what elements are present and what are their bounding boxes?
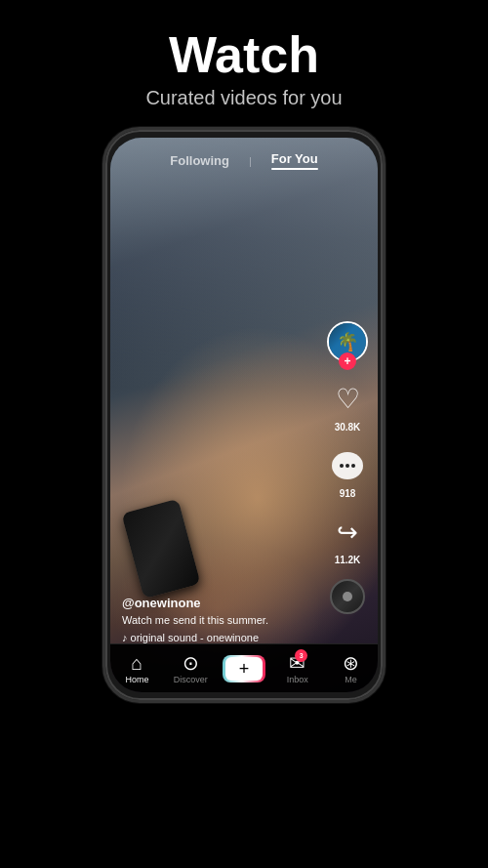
right-sidebar: 🌴 + ♡ 30.8K — [327, 321, 368, 614]
top-nav: Following | For You — [110, 151, 378, 170]
inbox-icon: ✉ 3 — [289, 653, 305, 673]
following-tab[interactable]: Following — [170, 153, 229, 168]
nav-inbox[interactable]: ✉ 3 Inbox — [270, 653, 324, 684]
music-disc-icon — [330, 579, 365, 614]
comment-action[interactable]: 918 — [328, 446, 367, 499]
comment-icon — [332, 452, 363, 479]
follow-button[interactable]: + — [339, 352, 356, 370]
heart-icon: ♡ — [336, 386, 360, 413]
top-section: Watch Curated videos for you — [145, 0, 342, 127]
palm-icon: 🌴 — [337, 331, 358, 352]
disc-center — [343, 592, 352, 601]
comment-icon-wrap — [328, 446, 367, 485]
profile-icon: ⊛ — [343, 653, 359, 673]
share-action[interactable]: ↪ 11.2K — [328, 513, 367, 565]
create-button[interactable]: + — [223, 655, 265, 682]
page-title: Watch — [145, 27, 342, 83]
nav-create[interactable]: + — [218, 655, 271, 682]
page-subtitle: Curated videos for you — [145, 87, 342, 109]
phone-screen: Following | For You 🌴 + — [110, 138, 378, 692]
video-info: @onewinone Watch me send it this summer.… — [122, 596, 324, 643]
music-disc-action[interactable] — [330, 579, 365, 614]
nav-profile[interactable]: ⊛ Me — [324, 653, 378, 684]
share-icon: ↪ — [337, 519, 358, 545]
inbox-label: Inbox — [287, 675, 308, 684]
nav-home[interactable]: ⌂ Home — [110, 653, 164, 684]
like-action[interactable]: ♡ 30.8K — [328, 380, 367, 433]
video-username[interactable]: @onewinone — [122, 596, 324, 610]
heart-icon-wrap: ♡ — [328, 380, 367, 419]
music-text: ♪ original sound - onewinone — [122, 632, 259, 643]
phone-outer: Following | For You 🌴 + — [102, 127, 386, 703]
likes-count: 30.8K — [335, 422, 361, 433]
video-description: Watch me send it this summer. — [122, 613, 324, 627]
music-row: ♪ original sound - onewinone — [122, 632, 324, 643]
nav-divider: | — [249, 155, 252, 167]
discover-icon: ⊙ — [183, 653, 199, 673]
dot1 — [340, 464, 344, 468]
discover-label: Discover — [174, 675, 208, 684]
bottom-nav: ⌂ Home ⊙ Discover + — [110, 643, 378, 692]
me-label: Me — [345, 675, 357, 684]
inbox-badge: 3 — [295, 649, 307, 662]
comments-count: 918 — [340, 488, 356, 499]
plus-icon: + — [225, 657, 263, 681]
shares-count: 11.2K — [335, 555, 361, 565]
home-label: Home — [125, 675, 148, 684]
phone-mockup: Following | For You 🌴 + — [102, 127, 386, 703]
inbox-wrapper: ✉ 3 Inbox — [287, 653, 308, 684]
dot3 — [351, 464, 355, 468]
active-tab-underline — [271, 168, 318, 170]
foryou-tab[interactable]: For You — [271, 151, 318, 170]
creator-avatar[interactable]: 🌴 + — [327, 321, 368, 362]
nav-discover[interactable]: ⊙ Discover — [164, 653, 218, 684]
share-icon-wrap: ↪ — [328, 513, 367, 552]
dot2 — [346, 464, 349, 468]
home-icon: ⌂ — [131, 653, 142, 673]
